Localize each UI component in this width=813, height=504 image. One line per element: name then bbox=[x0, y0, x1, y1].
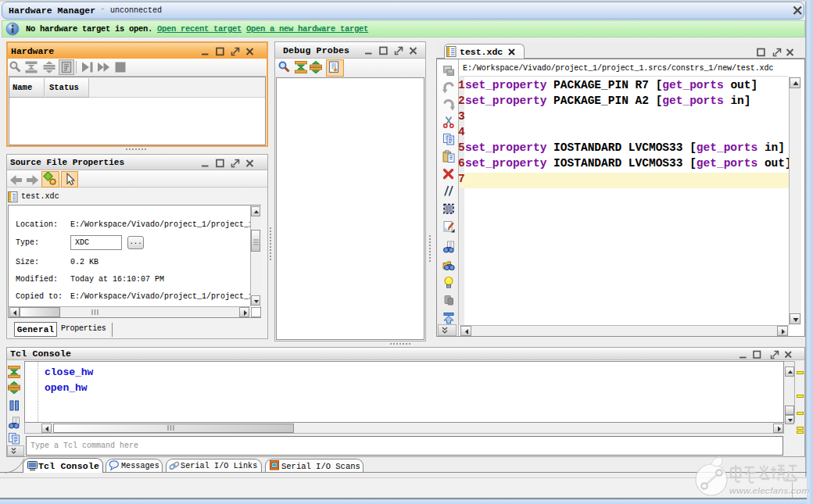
svg-text:www.elecfans.com: www.elecfans.com bbox=[729, 486, 809, 495]
